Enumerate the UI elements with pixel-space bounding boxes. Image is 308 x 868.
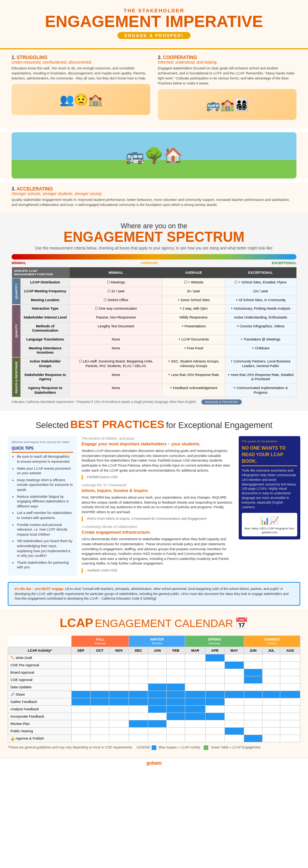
lcap-distribution-average: ☐ + Website (162, 278, 225, 287)
meeting-freq-exceptional: 12x / year (225, 287, 296, 296)
calendar-row: Public Hearing (8, 728, 300, 735)
row-agency-response: Agency Response to Stakeholders None + F… (12, 384, 296, 397)
cal-cell (244, 713, 262, 720)
meeting-incentives-label: Meeting Attendance Incentives (21, 344, 70, 357)
cal-cell (262, 706, 280, 713)
activity-col-header: LCAP Activity* (8, 647, 72, 654)
checkbox-icon: ☐ (107, 289, 110, 293)
methods-comm-label: Methods of Communication (21, 322, 70, 335)
stakeholder-response-average: + Less than 25% Response Rate (162, 371, 225, 384)
cal-cell (224, 728, 244, 735)
cal-cell (90, 706, 109, 713)
row-language-trans: Language Translations None + LCAP Docume… (12, 335, 296, 344)
struggling-body: Educators know this well. Too much to do… (12, 66, 150, 81)
cal-cell (244, 684, 262, 691)
row-meeting-incentives: Meeting Attendance Incentives None + Fre… (12, 344, 296, 357)
cal-cell (90, 728, 109, 735)
active-stakeholders-average: + SSC, Student Advisory Groups, Advocacy… (162, 357, 225, 371)
infra-source: - Anaheim Union HSD (82, 568, 234, 573)
cal-cell (205, 684, 224, 691)
cal-cell (109, 684, 129, 691)
row-meeting-location: Meeting Location ☐ District Office + Som… (12, 296, 296, 305)
cal-cell (148, 720, 166, 728)
active-stakeholders-exceptional: + Community Partners, Local Business Lea… (225, 357, 296, 371)
stakeholder-interest-average: Mildly Responsive (162, 313, 225, 322)
spectrum-bar (12, 254, 296, 260)
viz-quote: Bear Valley USD's LCAP infographic from … (244, 527, 295, 534)
article-title-framework: Inform, Inquire, Involve & Inspire. (82, 488, 234, 494)
stakeholder-interest-minimal: Passive, Non-Responsive (70, 313, 162, 322)
cal-icon: 📅 (235, 617, 248, 629)
cal-cell (185, 684, 205, 691)
viz-body: Tools like executive summaries and infog… (242, 469, 297, 510)
cal-cell (109, 676, 129, 684)
framework-source: - RSN's From Inform to Inspire, A Framew… (82, 517, 234, 521)
cal-cell (129, 654, 148, 662)
cal-cell (109, 720, 129, 728)
cal-activity-label: Incorporate Feedback (8, 713, 72, 720)
checkbox-icon: ☐ (107, 280, 110, 284)
cal-cell (148, 669, 166, 676)
best-practices-title: Selected BEST PRACTICES for Exceptional … (8, 418, 300, 431)
reach-label: REACH & RESPONSE (12, 357, 21, 397)
cal-cell (167, 684, 185, 691)
quick-tips-col: Effective techniques from across the Sta… (8, 436, 77, 576)
language-trans-label: Language Translations (21, 335, 70, 344)
cal-cell (109, 654, 129, 662)
cal-activity-label: COE Pre-Approval (8, 662, 72, 669)
cal-cell (90, 698, 109, 706)
cal-activity-label: COE Approval (8, 676, 72, 684)
cal-cell (90, 684, 109, 691)
legend-green-text: Green Table = LCAP Engagement (211, 745, 260, 749)
cal-cell (129, 676, 148, 684)
calendar-table: FALLEducate WINTERReview SPRINGDevelop S… (8, 635, 300, 742)
cal-cell (205, 720, 224, 728)
accelerating-body: Quality stakeholder engagement results i… (12, 197, 296, 207)
calendar-row: Review Plan (8, 720, 300, 728)
col-header-minimal: MINIMAL (70, 267, 162, 278)
cal-cell (72, 662, 90, 669)
cal-cell (148, 735, 166, 742)
cal-cell (185, 728, 205, 735)
stakeholder-interest-exceptional: Active Understanding, Enthusiastic (225, 313, 296, 322)
row-methods-comm: Methods of Communication Lengthy Text Do… (12, 322, 296, 335)
article-title-students: Engage your most important stakeholders … (82, 441, 234, 447)
list-item: Provide context and personal relevance, … (17, 522, 73, 537)
cal-title-rest: ENGAGEMENT CALENDAR (95, 617, 233, 629)
struggling-col: 1. STRUGGLING Under-resourced, overburde… (12, 55, 150, 123)
meeting-incentives-average: + Free Food (162, 344, 225, 357)
cal-cell (244, 706, 262, 713)
cal-cell (72, 684, 90, 691)
cal-cell (262, 728, 280, 735)
list-item: Keep meetings short & efficient, include… (17, 478, 73, 492)
cal-cell (129, 662, 148, 669)
cal-cell (224, 713, 244, 720)
cal-cell (224, 676, 244, 684)
cal-cell (90, 713, 109, 720)
spectrum-note: Indicates California Mandated requiremen… (12, 399, 296, 405)
cooperating-sub: Informed, understood, and helping. (158, 60, 296, 64)
legal-banner: It's the law – you MUST engage. LEAs mus… (8, 582, 300, 606)
cal-cell (129, 698, 148, 706)
legend-blue-box (152, 745, 156, 750)
col-header-exceptional: EXCEPTIONAL (225, 267, 296, 278)
meeting-loc-exceptional: + All School Sites, In Community (225, 296, 296, 305)
cal-cell (129, 728, 148, 735)
month-dec: DEC (129, 647, 148, 654)
cal-cell (72, 713, 90, 720)
cal-cell (262, 698, 280, 706)
cal-cell (224, 662, 244, 669)
cal-cell (262, 720, 280, 728)
cal-cell (185, 662, 205, 669)
spectrum-note-text: Indicates California Mandated requiremen… (12, 400, 197, 404)
season-spring: SPRINGDevelop (185, 636, 244, 647)
calendar-row: ✏️ Write Draft (8, 654, 300, 662)
cal-cell (244, 698, 262, 706)
calendar-row: COE Approval (8, 676, 300, 684)
month-nov: NOV (109, 647, 129, 654)
season-row: FALLEducate WINTERReview SPRINGDevelop S… (8, 636, 300, 647)
checkbox-icon: ☐ (79, 359, 82, 363)
cal-cell (148, 698, 166, 706)
cal-cell (72, 735, 90, 742)
cal-cell (224, 735, 244, 742)
